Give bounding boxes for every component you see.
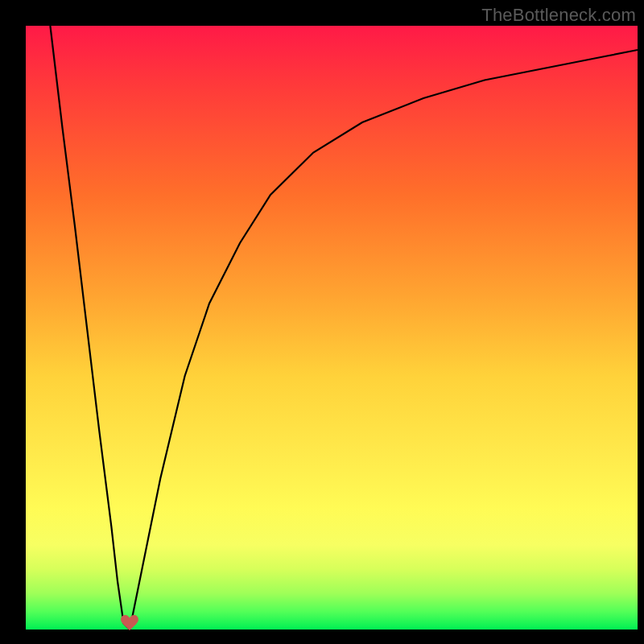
chart-frame: TheBottleneck.com	[0, 0, 644, 644]
plot-area	[26, 26, 638, 630]
attribution-text: TheBottleneck.com	[481, 5, 636, 26]
curve-path	[50, 26, 638, 630]
bottleneck-curve	[26, 26, 638, 630]
heart-shape	[121, 615, 138, 630]
heart-icon	[121, 615, 138, 631]
